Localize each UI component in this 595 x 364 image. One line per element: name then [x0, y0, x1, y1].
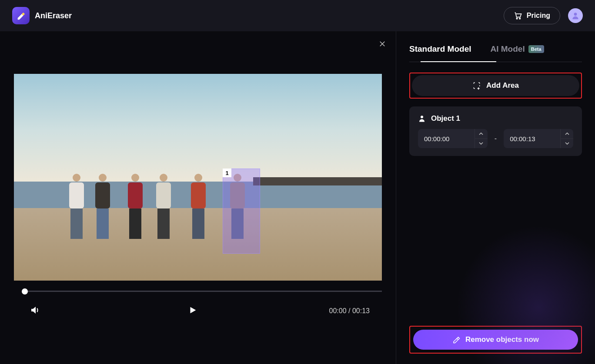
cart-icon — [514, 11, 522, 20]
play-icon — [188, 305, 197, 315]
start-time-value: 00:00:00 — [418, 129, 475, 148]
pricing-label: Pricing — [527, 12, 550, 20]
chevron-down-icon — [565, 142, 569, 145]
selection-area[interactable]: 1 — [223, 169, 260, 254]
object-card: Object 1 00:00:00 - 00:00:1 — [409, 106, 582, 156]
close-button[interactable] — [378, 40, 386, 50]
object-title: Object 1 — [431, 114, 460, 123]
beta-badge: Beta — [528, 45, 544, 53]
volume-button[interactable] — [30, 305, 40, 317]
timeline-thumb[interactable] — [22, 288, 28, 295]
add-area-icon — [472, 81, 481, 90]
model-tabs: Standard Model AI Model Beta — [409, 41, 582, 62]
side-panel: Standard Model AI Model Beta Add Area — [396, 31, 595, 364]
end-time-value: 00:00:13 — [504, 129, 560, 148]
svg-point-2 — [574, 13, 577, 16]
eraser-icon — [452, 336, 460, 344]
app-name: AniEraser — [35, 11, 72, 20]
add-area-highlight: Add Area — [409, 73, 582, 99]
close-icon — [378, 40, 386, 48]
pricing-button[interactable]: Pricing — [504, 7, 560, 24]
svg-point-3 — [421, 116, 423, 118]
start-time-up[interactable] — [475, 129, 488, 139]
app-logo — [12, 7, 30, 24]
chevron-up-icon — [565, 132, 569, 135]
chevron-up-icon — [479, 132, 483, 135]
tab-ai-model[interactable]: AI Model Beta — [491, 41, 544, 62]
add-area-button[interactable]: Add Area — [412, 75, 579, 96]
video-timeline[interactable] — [14, 288, 382, 294]
end-time-up[interactable] — [561, 129, 573, 139]
play-button[interactable] — [188, 305, 197, 317]
app-header: AniEraser Pricing — [0, 0, 595, 31]
svg-point-1 — [519, 18, 521, 19]
remove-button-highlight: Remove objects now — [409, 326, 582, 354]
start-time-down[interactable] — [475, 139, 488, 149]
svg-point-0 — [516, 18, 518, 19]
tab-standard-model[interactable]: Standard Model — [409, 41, 471, 62]
user-avatar[interactable] — [568, 8, 583, 23]
eraser-icon — [16, 11, 26, 20]
add-area-label: Add Area — [486, 81, 519, 90]
video-controls: 00:00 / 00:13 — [14, 305, 382, 317]
time-display: 00:00 / 00:13 — [329, 307, 370, 315]
start-time-input[interactable]: 00:00:00 — [418, 129, 488, 148]
user-icon — [571, 11, 580, 20]
time-separator: - — [495, 135, 497, 142]
person-icon — [418, 115, 426, 122]
volume-icon — [30, 305, 40, 315]
end-time-input[interactable]: 00:00:13 — [504, 129, 573, 148]
remove-objects-button[interactable]: Remove objects now — [413, 330, 578, 350]
end-time-down[interactable] — [561, 139, 573, 149]
video-preview[interactable]: 1 — [14, 74, 382, 281]
video-panel: 1 00:00 / 00:13 — [0, 31, 396, 364]
selection-badge: 1 — [223, 169, 231, 177]
remove-objects-label: Remove objects now — [465, 335, 539, 344]
chevron-down-icon — [479, 142, 483, 145]
tab-underline — [421, 61, 496, 62]
